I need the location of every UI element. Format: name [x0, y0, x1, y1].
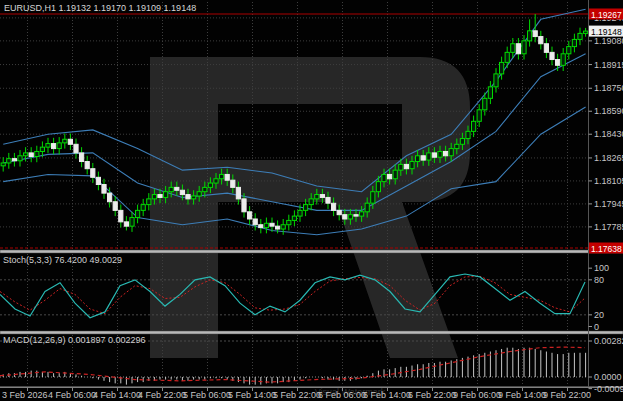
candle-bull [572, 39, 576, 46]
candle-bull [315, 195, 319, 199]
candle-bull [466, 131, 470, 138]
candle-bear [225, 174, 229, 180]
candle-bull [46, 144, 50, 148]
time-axis-label: 6 Feb 22:00 [408, 390, 456, 400]
candle-bull [522, 41, 526, 54]
candle-bull [164, 192, 168, 198]
candle-bull [309, 199, 313, 205]
stoch-indicator-label: Stoch(5,3,3) 76.4200 49.0029 [3, 255, 122, 265]
candle-bear [556, 60, 560, 66]
candle-bull [382, 174, 386, 181]
panel-separator [0, 250, 623, 253]
candle-bear [180, 190, 184, 194]
candle-bear [242, 199, 246, 212]
candle-bear [124, 222, 128, 226]
candle-bear [544, 44, 548, 53]
candle-bull [197, 192, 201, 196]
time-axis-label: 4 Feb 06:00 [48, 390, 96, 400]
stoch-axis-label: 0 [594, 322, 599, 332]
price-badge-label: 1.17638 [591, 244, 622, 254]
macd-axis-label: 0.002825 [594, 336, 623, 346]
macd-axis-label: -0.000913 [594, 384, 623, 394]
candle-bear [158, 195, 162, 198]
candle-bull [488, 87, 492, 98]
candle-bull [561, 54, 565, 65]
price-axis-label: 1.18430 [594, 129, 623, 139]
stoch-axis-label: 20 [594, 310, 604, 320]
candle-bear [253, 219, 257, 225]
time-axis-label: 3 Feb 2026 [2, 390, 48, 400]
candle-bear [80, 153, 84, 162]
time-axis-label: 4 Feb 22:00 [138, 390, 186, 400]
candle-bull [141, 205, 145, 211]
candle-bear [236, 187, 240, 198]
candle-bull [528, 31, 532, 41]
candle-bear [404, 164, 408, 168]
candle-bear [539, 37, 543, 44]
time-axis-separator [0, 387, 623, 388]
candle-bull [455, 144, 459, 148]
time-axis-label: 9 Feb 14:00 [498, 390, 546, 400]
time-axis-label: 6 Feb 14:00 [363, 390, 411, 400]
candle-bull [511, 44, 515, 53]
price-axis-label: 1.18105 [594, 176, 623, 186]
candle-bear [533, 31, 537, 37]
candle-bull [494, 74, 498, 87]
price-badge-label: 1.19267 [591, 10, 622, 20]
candle-bull [292, 216, 296, 220]
candle-bull [483, 98, 487, 109]
candle-bear [85, 162, 89, 169]
candle-bull [192, 196, 196, 199]
candle-bear [91, 169, 95, 178]
candle-bull [505, 52, 509, 62]
candle-bull [477, 110, 481, 121]
candle-bear [231, 180, 235, 187]
candle-bull [208, 183, 212, 187]
candle-bear [113, 202, 117, 211]
macd-indicator-label: MACD(12,26,9) 0.001897 0.002296 [3, 335, 146, 345]
candle-bull [472, 121, 476, 131]
price-axis-label: 1.18750 [594, 83, 623, 93]
candle-bear [68, 139, 72, 144]
candle-bear [29, 153, 33, 157]
stoch-axis-label: 80 [594, 275, 604, 285]
candle-bull [416, 156, 420, 162]
price-axis-label: 1.19080 [594, 36, 623, 46]
candle-bull [214, 179, 218, 183]
panel-separator [0, 331, 623, 334]
candle-bull [130, 218, 134, 227]
price-badge-label: 1.19148 [591, 27, 622, 37]
candle-bull [152, 195, 156, 199]
candle-bear [102, 185, 106, 194]
candle-bear [326, 197, 330, 203]
candle-bull [427, 153, 431, 160]
candle-bull [35, 151, 39, 156]
mt4-chart-window[interactable]: Visual Watermark1.192401.190801.189151.1… [0, 0, 623, 401]
candle-bull [449, 149, 453, 156]
time-axis-label: 4 Feb 14:00 [93, 390, 141, 400]
candle-bear [354, 215, 358, 216]
candle-bull [40, 147, 44, 151]
candle-bull [18, 156, 22, 161]
candle-bear [343, 215, 347, 219]
candle-bear [248, 212, 252, 219]
price-axis-label: 1.18590 [594, 106, 623, 116]
price-axis-label: 1.17945 [594, 199, 623, 209]
candle-bull [567, 47, 571, 54]
candle-bull [500, 62, 504, 73]
candle-bull [365, 203, 369, 212]
candle-bull [376, 182, 380, 192]
candle-bull [371, 192, 375, 203]
stoch-axis-label: 100 [594, 263, 609, 273]
candle-bear [259, 225, 263, 228]
price-axis-label: 1.17785 [594, 222, 623, 232]
candle-bull [203, 187, 207, 191]
macd-axis-label: 0.0000 [594, 372, 622, 382]
candle-bear [186, 195, 190, 199]
candle-bear [74, 144, 78, 153]
candle-bear [52, 144, 56, 149]
candle-bear [108, 193, 112, 202]
time-axis-label: 5 Feb 14:00 [228, 390, 276, 400]
candle-bull [281, 225, 285, 229]
time-axis-label: 9 Feb 22:00 [543, 390, 591, 400]
